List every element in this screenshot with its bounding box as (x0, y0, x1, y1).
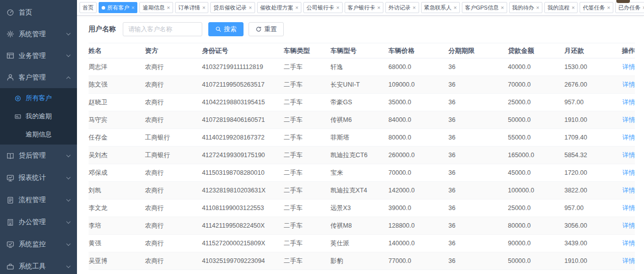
tab-label: 已办任务 (618, 4, 640, 12)
sidebar-item[interactable]: 系统监控 (0, 233, 77, 255)
tab-close-icon[interactable]: × (501, 5, 504, 11)
cell-vehicle-price: 109000.0 (388, 76, 448, 94)
tab[interactable]: 订单详情 × (175, 2, 208, 13)
tab[interactable]: 催收处理方案 × (257, 2, 301, 13)
table-row: 周志洋 农商行 410327199111112819 二手车 轩逸 68000.… (89, 58, 635, 76)
col-header-monthly-payment: 月还款 (565, 43, 610, 58)
tab-close-icon[interactable]: × (536, 5, 539, 11)
cell-periods: 36 (448, 235, 508, 252)
cell-name: 马守宾 (89, 111, 145, 129)
cell-monthly-payment: 3822.00 (565, 182, 610, 199)
table-row: 任存金 工商银行 411402199208167372 二手车 菲斯塔 8000… (89, 129, 635, 147)
book-icon (7, 152, 14, 160)
search-icon (215, 26, 221, 32)
tab[interactable]: 所有客户 × (99, 2, 137, 13)
search-input[interactable] (123, 22, 202, 36)
sidebar-item[interactable]: 贷后管理 (0, 145, 77, 167)
tab[interactable]: 外访记录 × (385, 2, 419, 13)
sidebar-subitem[interactable]: 所有客户 (0, 89, 77, 107)
cell-name: 周志洋 (89, 58, 145, 76)
tab-close-icon[interactable]: × (572, 5, 575, 11)
sidebar-subitem[interactable]: 我的逾期 (0, 107, 77, 125)
cell-vehicle-model: 凯迪拉克XT4 (331, 182, 388, 199)
tab[interactable]: 首页 (79, 2, 97, 13)
submenu-icon (15, 131, 21, 138)
cell-monthly-payment: 957.00 (565, 199, 610, 217)
tab-label: 我的待办 (512, 4, 534, 12)
detail-link[interactable]: 详情 (622, 63, 635, 71)
detail-link[interactable]: 详情 (622, 81, 635, 88)
cell-monthly-payment: 957.00 (565, 94, 610, 111)
col-header-id-number: 身份证号 (202, 43, 283, 58)
detail-link[interactable]: 详情 (622, 187, 635, 194)
sidebar-item[interactable]: 系统工具 (0, 255, 77, 274)
search-button[interactable]: 搜索 (208, 22, 244, 36)
tab[interactable]: 逾期信息 × (139, 2, 173, 13)
cell-funder: 农商行 (145, 217, 202, 235)
cell-vehicle-price: 142000.0 (388, 182, 448, 199)
cell-vehicle-type: 二手车 (284, 164, 331, 182)
table-row: 李培 农商行 41142119950822450X 二手车 传祺M8 12880… (89, 217, 635, 235)
sidebar-item-label: 流程管理 (19, 195, 46, 204)
tab[interactable]: 代签任务 × (580, 2, 613, 13)
tab-close-icon[interactable]: × (336, 5, 339, 11)
detail-link[interactable]: 详情 (622, 99, 635, 106)
sidebar-subitem[interactable]: 逾期信息 (0, 125, 77, 144)
cell-name: 吴亚博 (89, 252, 145, 270)
sidebar-item-label: 系统管理 (19, 30, 46, 39)
sidebar-item-label: 办公管理 (19, 218, 46, 227)
tab[interactable]: 已办任务 × (615, 2, 644, 13)
tab[interactable]: 客户GPS信息 × (462, 2, 507, 13)
tab[interactable]: 贷后催收记录 × (210, 2, 255, 13)
tab-close-icon[interactable]: × (607, 5, 610, 11)
tab-close-icon[interactable]: × (131, 5, 134, 11)
cell-vehicle-type: 二手车 (284, 58, 331, 76)
tab-label: 紧急联系人 (424, 4, 452, 12)
sidebar-item[interactable]: 系统管理 (0, 23, 77, 45)
cell-vehicle-type: 二手车 (284, 235, 331, 252)
sidebar-item[interactable]: 报表统计 (0, 167, 77, 189)
sidebar-item[interactable]: 流程管理 (0, 189, 77, 211)
tab-label: 我的流程 (547, 4, 570, 12)
tab-close-icon[interactable]: × (413, 5, 416, 11)
tab-close-icon[interactable]: × (454, 5, 457, 11)
tab-close-icon[interactable]: × (295, 5, 298, 11)
tab[interactable]: 客户银行卡 × (345, 2, 383, 13)
sidebar-item[interactable]: 办公管理 (0, 211, 77, 233)
col-header-vehicle-price: 车辆价格 (388, 43, 448, 58)
tab[interactable]: 紧急联系人 × (421, 2, 460, 13)
sidebar-item[interactable]: 首页 (0, 2, 77, 23)
detail-link[interactable]: 详情 (622, 134, 635, 141)
tab-close-icon[interactable]: × (249, 5, 252, 11)
detail-link[interactable]: 详情 (622, 257, 635, 264)
cell-id-number: 410422198803195415 (202, 94, 283, 111)
avatar[interactable] (616, 0, 630, 3)
cell-vehicle-model: 远景X3 (331, 199, 388, 217)
cell-funder: 农商行 (145, 76, 202, 94)
tab-close-icon[interactable]: × (202, 5, 205, 11)
cell-vehicle-price: 140000.0 (388, 235, 448, 252)
cell-periods: 36 (448, 217, 508, 235)
cell-id-number: 410327199111112819 (202, 58, 283, 76)
reset-button[interactable]: 重置 (249, 22, 284, 36)
detail-link[interactable]: 详情 (622, 169, 635, 176)
sidebar-item-label: 首页 (19, 8, 32, 17)
cell-id-number: 41232819810203631X (202, 182, 283, 199)
sidebar-item[interactable]: 业务管理 (0, 45, 77, 66)
tab[interactable]: 公司银行卡 × (303, 2, 342, 13)
tab-close-icon[interactable]: × (377, 5, 380, 11)
chevron-down-icon (66, 153, 70, 157)
detail-link[interactable]: 详情 (622, 204, 635, 212)
detail-link[interactable]: 详情 (622, 222, 635, 229)
cell-periods: 36 (448, 199, 508, 217)
tab[interactable]: 我的流程 × (544, 2, 578, 13)
cell-vehicle-price: 68000.0 (388, 58, 448, 76)
detail-link[interactable]: 详情 (622, 116, 635, 123)
tab-close-icon[interactable]: × (167, 5, 170, 11)
tab[interactable]: 我的待办 × (509, 2, 542, 13)
sidebar: 首页 系统管理 业务管理 客户管理 所有客户 我的逾期 (0, 0, 77, 274)
detail-link[interactable]: 详情 (622, 240, 635, 247)
tab-label: 订单详情 (178, 4, 200, 12)
detail-link[interactable]: 详情 (622, 152, 635, 159)
sidebar-item[interactable]: 客户管理 (0, 66, 77, 88)
